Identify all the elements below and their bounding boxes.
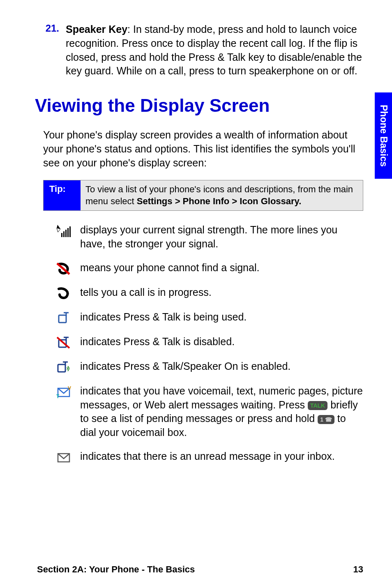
page-title: Viewing the Display Screen: [35, 95, 363, 116]
call-in-progress-icon: [47, 286, 80, 300]
svg-rect-13: [58, 364, 65, 372]
press-talk-disabled-text: indicates Press & Talk is disabled.: [80, 335, 235, 350]
row-press-talk-disabled: indicates Press & Talk is disabled.: [47, 335, 363, 350]
page-footer: Section 2A: Your Phone - The Basics 13: [37, 564, 363, 575]
svg-rect-1: [63, 231, 65, 237]
no-signal-icon: [47, 261, 80, 276]
talk-key-icon: TALK: [308, 401, 327, 410]
signal-text: displays your current signal strength. T…: [80, 223, 363, 251]
svg-text:V: V: [68, 385, 71, 391]
messages-text: indicates that you have voicemail, text,…: [80, 384, 363, 440]
tip-label: Tip:: [44, 180, 81, 210]
item-number: 21.: [43, 23, 66, 78]
footer-page-number: 13: [353, 564, 363, 575]
unread-text: indicates that there is an unread messag…: [80, 450, 335, 464]
svg-rect-2: [65, 230, 67, 237]
svg-rect-6: [59, 315, 66, 323]
tip-box: Tip: To view a list of your phone's icon…: [43, 180, 363, 211]
row-press-talk-speaker: indicates Press & Talk/Speaker On is ena…: [47, 360, 363, 374]
item-text: Speaker Key: In stand-by mode, press and…: [66, 23, 363, 78]
svg-rect-0: [61, 233, 62, 237]
press-talk-icon: [47, 310, 80, 325]
intro-paragraph: Your phone's display screen provides a w…: [43, 128, 363, 170]
no-signal-text: means your phone cannot find a signal.: [80, 261, 259, 276]
row-unread: indicates that there is an unread messag…: [47, 450, 363, 464]
svg-text:T: T: [56, 394, 60, 399]
call-progress-text: tells you a call is in progress.: [80, 286, 212, 300]
press-talk-text: indicates Press & Talk is being used.: [80, 310, 247, 325]
footer-section: Section 2A: Your Phone - The Basics: [37, 564, 195, 575]
speaker-key-label: Speaker Key: [66, 23, 127, 35]
svg-rect-3: [67, 228, 69, 237]
numbered-item-21: 21. Speaker Key: In stand-by mode, press…: [43, 23, 363, 78]
unread-message-icon: [47, 450, 80, 464]
row-signal: displays your current signal strength. T…: [47, 223, 363, 251]
one-key-icon: 1 ☎: [318, 415, 334, 424]
press-talk-speaker-text: indicates Press & Talk/Speaker On is ena…: [80, 360, 291, 374]
side-tab-phone-basics: Phone Basics: [375, 92, 392, 179]
row-press-talk: indicates Press & Talk is being used.: [47, 310, 363, 325]
press-talk-speaker-icon: [47, 360, 80, 374]
tip-text: To view a list of your phone's icons and…: [81, 180, 363, 210]
messages-waiting-icon: TV: [47, 384, 80, 440]
row-messages: TV indicates that you have voicemail, te…: [47, 384, 363, 440]
row-no-signal: means your phone cannot find a signal.: [47, 261, 363, 276]
press-talk-disabled-icon: [47, 335, 80, 350]
row-call-progress: tells you a call is in progress.: [47, 286, 363, 300]
signal-icon: [47, 223, 80, 251]
svg-rect-4: [69, 226, 71, 237]
